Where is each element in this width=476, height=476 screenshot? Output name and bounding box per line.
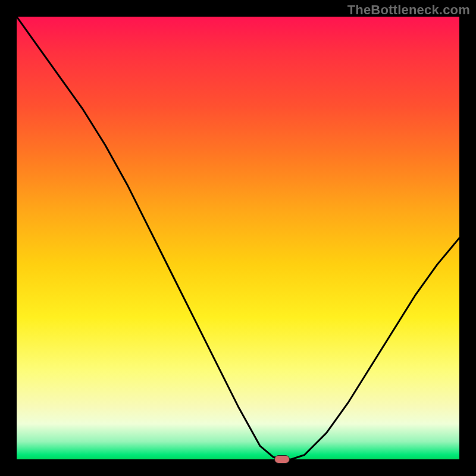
chart-plot-area bbox=[17, 17, 459, 459]
curve-path bbox=[17, 17, 459, 459]
chart-frame: TheBottleneck.com bbox=[0, 0, 476, 476]
bottleneck-curve bbox=[17, 17, 459, 459]
optimal-marker bbox=[274, 455, 290, 464]
watermark-text: TheBottleneck.com bbox=[347, 2, 470, 18]
